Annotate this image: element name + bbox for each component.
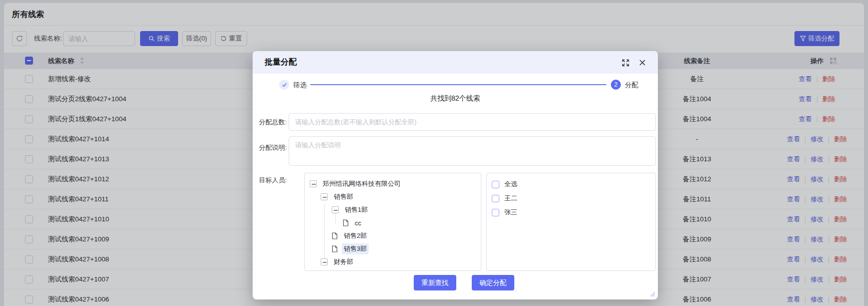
person-label: 王二 xyxy=(504,194,517,203)
fullscreen-button[interactable] xyxy=(621,58,630,67)
person-checkbox[interactable] xyxy=(492,181,499,188)
resize-handle[interactable] xyxy=(648,290,655,297)
tree-node[interactable]: 财务部 xyxy=(321,255,355,268)
target-label: 目标人员: xyxy=(253,176,287,185)
document-icon xyxy=(332,245,338,252)
tree-node[interactable]: cc xyxy=(343,216,363,229)
org-tree: 郑州恺讯网络科技有限公司销售部销售1部cc销售2部销售3部财务部 xyxy=(304,173,481,271)
dialog-header: 批量分配 xyxy=(253,51,658,74)
close-icon xyxy=(639,59,646,66)
research-button[interactable]: 重新查找 xyxy=(414,275,456,290)
tree-node-label: 销售3部 xyxy=(342,243,369,254)
tree-node[interactable]: 销售部 xyxy=(321,190,355,203)
step1-label: 筛选 xyxy=(293,81,307,90)
step-connector xyxy=(310,84,606,85)
step2-label: 分配 xyxy=(625,81,638,90)
document-icon xyxy=(332,232,338,239)
person-label: 张三 xyxy=(504,208,517,217)
check-icon xyxy=(282,82,287,88)
batch-assign-dialog: 批量分配 xyxy=(253,51,658,299)
tree-node-label: 销售1部 xyxy=(343,204,370,215)
person-row[interactable]: 张三 xyxy=(487,205,656,219)
desc-textarea[interactable] xyxy=(289,136,656,166)
tree-node-label: 销售2部 xyxy=(342,230,369,241)
tree-node-label: 销售部 xyxy=(332,191,355,202)
tree-node[interactable]: 销售3部 xyxy=(332,242,369,255)
document-icon xyxy=(343,219,349,226)
tree-node[interactable]: 销售2部 xyxy=(332,229,369,242)
tree-node-label: cc xyxy=(353,218,363,228)
person-label: 全选 xyxy=(504,180,517,189)
desc-label: 分配说明: xyxy=(253,143,287,152)
person-checkbox[interactable] xyxy=(492,209,499,216)
found-count-text: 共找到82个线索 xyxy=(253,94,658,103)
people-list: 全选王二张三 xyxy=(486,173,656,271)
tree-node-label: 郑州恺讯网络科技有限公司 xyxy=(321,178,403,189)
step1-circle xyxy=(279,80,289,90)
confirm-assign-button[interactable]: 确定分配 xyxy=(472,275,514,290)
person-row[interactable]: 全选 xyxy=(487,177,656,191)
close-button[interactable] xyxy=(638,58,647,67)
total-label: 分配总数: xyxy=(253,118,287,127)
step2-circle: 2 xyxy=(611,80,621,90)
fullscreen-icon xyxy=(622,59,629,67)
dialog-title: 批量分配 xyxy=(265,57,297,68)
tree-guide-line xyxy=(324,203,325,259)
collapse-icon[interactable] xyxy=(321,258,328,265)
person-row[interactable]: 王二 xyxy=(487,191,656,205)
collapse-icon[interactable] xyxy=(332,206,339,213)
person-checkbox[interactable] xyxy=(492,195,499,202)
tree-node[interactable]: 销售1部 xyxy=(332,203,370,216)
tree-node-label: 财务部 xyxy=(332,256,355,267)
collapse-icon[interactable] xyxy=(321,193,328,200)
collapse-icon[interactable] xyxy=(310,180,317,187)
app-window: 所有线索 线索名称: 搜索 筛选(0) 重置 xyxy=(0,0,868,306)
total-input[interactable] xyxy=(289,113,656,131)
step-indicator: 筛选 2 分配 xyxy=(253,78,658,92)
tree-node[interactable]: 郑州恺讯网络科技有限公司 xyxy=(310,177,403,190)
